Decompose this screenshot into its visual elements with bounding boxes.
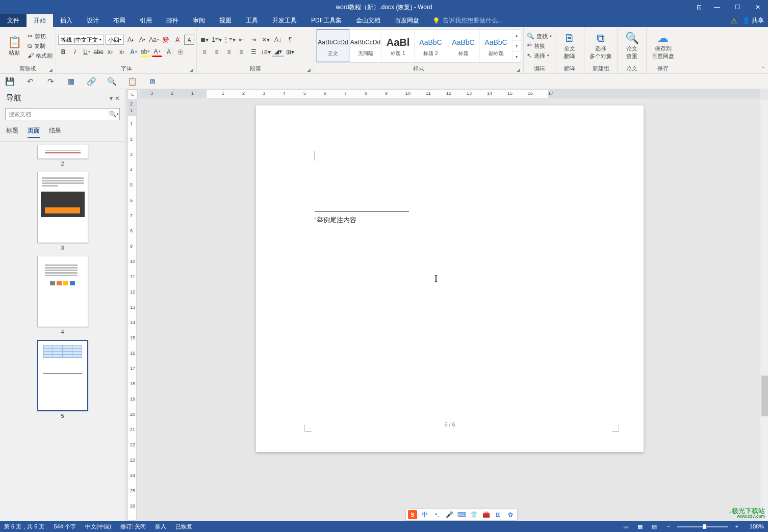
sort-button[interactable]: A↓ [272, 35, 284, 45]
style-no-spacing[interactable]: AaBbCcDd无间隔 [349, 30, 382, 62]
style-normal[interactable]: AaBbCcDd正文 [317, 30, 349, 62]
dialog-launcher-icon[interactable]: ◢ [49, 67, 53, 72]
zoom-out-button[interactable]: − [663, 522, 674, 530]
thumbnail-page-3[interactable] [37, 172, 88, 243]
borders-button[interactable]: ⊞▾ [285, 47, 296, 57]
tab-references[interactable]: 引用 [133, 14, 159, 27]
tab-developer[interactable]: 开发工具 [265, 14, 304, 27]
tab-insert[interactable]: 插入 [53, 14, 80, 27]
style-title[interactable]: AaBbC标题 [447, 30, 480, 62]
tab-selector[interactable]: L [127, 89, 138, 99]
vertical-ruler[interactable]: 2112345678910111213141516171819202122232… [127, 100, 137, 521]
view-print-layout-button[interactable]: ▦ [634, 522, 646, 530]
grow-font-button[interactable]: A▴ [125, 35, 136, 45]
qat-redo-button[interactable]: ↷ [45, 76, 56, 87]
status-recovered[interactable]: 已恢复 [175, 523, 192, 530]
ime-keyboard-button[interactable]: ⌨ [457, 510, 466, 519]
dialog-launcher-icon[interactable]: ◢ [190, 67, 193, 72]
paste-button[interactable]: 📋 粘贴 [2, 29, 27, 63]
translate-button[interactable]: 🗎全文翻译 [557, 29, 582, 63]
nav-search-input[interactable] [5, 108, 120, 120]
zoom-slider[interactable] [677, 526, 728, 527]
qat-undo-button[interactable]: ↶ [24, 76, 36, 87]
collapse-ribbon-button[interactable]: ⌃ [761, 27, 768, 73]
horizontal-ruler[interactable]: 3211234567891011121314151617 [140, 89, 760, 98]
line-spacing-button[interactable]: ↕≡▾ [260, 47, 271, 57]
nav-tab-headings[interactable]: 标题 [6, 126, 18, 138]
zoom-slider-knob[interactable] [703, 524, 706, 529]
shrink-font-button[interactable]: A▾ [137, 35, 147, 45]
tab-tools[interactable]: 工具 [239, 14, 265, 27]
qat-table-button[interactable]: ▦ [65, 76, 76, 87]
change-case-button[interactable]: Aa▾ [149, 35, 159, 45]
superscript-button[interactable]: x2 [117, 47, 127, 57]
align-left-button[interactable]: ≡ [199, 47, 210, 57]
tab-mail[interactable]: 邮件 [159, 14, 186, 27]
tab-pdf[interactable]: PDF工具集 [304, 14, 349, 27]
ime-apps-button[interactable]: ⊞ [494, 510, 503, 519]
endnote-text[interactable]: i举例尾注内容 [315, 216, 613, 225]
status-page[interactable]: 第 6 页，共 6 页 [4, 523, 44, 530]
status-word-count[interactable]: 544 个字 [54, 523, 75, 530]
ime-voice-button[interactable]: 🎤 [445, 510, 454, 519]
subscript-button[interactable]: x2 [105, 47, 115, 57]
minimize-button[interactable]: — [707, 0, 727, 14]
bullets-button[interactable]: ≣▾ [199, 35, 210, 45]
replace-button[interactable]: ᵃᵇ替换 [526, 42, 553, 50]
increase-indent-button[interactable]: ⇥ [248, 35, 259, 45]
ime-punct-button[interactable]: •, [432, 510, 442, 519]
align-center-button[interactable]: ≡ [211, 47, 222, 57]
find-button[interactable]: 🔍查找 ▾ [526, 32, 553, 41]
ribbon-display-options-icon[interactable]: ⊡ [692, 0, 707, 14]
copy-button[interactable]: ⧉复制 [27, 42, 54, 50]
tell-me-search[interactable]: 💡 告诉我您想要做什么... [432, 14, 503, 27]
tab-layout[interactable]: 布局 [106, 14, 133, 27]
character-border-button[interactable]: A [184, 35, 194, 45]
distribute-button[interactable]: ☰ [248, 47, 259, 57]
tab-wps[interactable]: 金山文档 [349, 14, 388, 27]
qat-doc-button[interactable]: 🗎 [147, 76, 158, 87]
thumbnail-page-5[interactable] [37, 340, 88, 411]
tab-baidu[interactable]: 百度网盘 [388, 14, 426, 27]
highlight-button[interactable]: ab▾ [140, 47, 150, 57]
view-read-mode-button[interactable]: ▭ [620, 522, 631, 530]
zoom-value[interactable]: 108% [746, 523, 764, 529]
format-painter-button[interactable]: 🖌格式刷 [27, 51, 54, 60]
ime-settings-button[interactable]: ✿ [506, 510, 515, 519]
document-canvas[interactable]: i举例尾注内容 5 / 6 I [140, 100, 760, 521]
style-heading2[interactable]: AaBbC标题 2 [415, 30, 447, 62]
qat-preview-button[interactable]: 🔍 [106, 76, 117, 87]
ime-toolbar[interactable]: S 中 •, 🎤 ⌨ 👕 🧰 ⊞ ✿ [405, 509, 518, 521]
shading-button[interactable]: ◢▾ [272, 47, 284, 57]
text-effects-button[interactable]: A▾ [129, 47, 139, 57]
underline-button[interactable]: U▾ [82, 47, 92, 57]
ime-logo-icon[interactable]: S [408, 510, 417, 519]
dialog-launcher-icon[interactable]: ◢ [307, 67, 311, 72]
thumbnail-page-4[interactable] [37, 256, 88, 327]
vertical-scrollbar[interactable] [760, 100, 768, 521]
select-multi-button[interactable]: ⧉选择多个对象 [586, 29, 615, 63]
font-name-combo[interactable]: 等线 (中文正文▾ [58, 35, 104, 45]
close-button[interactable]: ✕ [748, 0, 768, 14]
nav-tab-pages[interactable]: 页面 [28, 126, 40, 138]
font-color-button[interactable]: A▾ [152, 47, 162, 57]
maximize-button[interactable]: ☐ [727, 0, 748, 14]
dialog-launcher-icon[interactable]: ◢ [517, 67, 520, 72]
style-heading1[interactable]: AaBl标题 1 [382, 30, 415, 62]
nav-close-button[interactable]: ✕ [115, 95, 120, 102]
status-language[interactable]: 中文(中国) [85, 523, 111, 530]
styles-scroll-up[interactable]: ▴ [513, 30, 521, 40]
style-subtitle[interactable]: AaBbC副标题 [480, 30, 513, 62]
warning-icon[interactable]: ⚠ [731, 17, 737, 25]
styles-expand[interactable]: ▾ [513, 51, 521, 62]
save-baidu-button[interactable]: ☁保存到百度网盘 [649, 29, 677, 63]
qat-link-button[interactable]: 🔗 [86, 76, 97, 87]
align-right-button[interactable]: ≡ [223, 47, 235, 57]
phonetic-guide-button[interactable]: 變 [161, 35, 171, 45]
italic-button[interactable]: I [70, 47, 80, 57]
justify-button[interactable]: ≡ [236, 47, 247, 57]
tab-design[interactable]: 设计 [80, 14, 106, 27]
nav-dropdown-button[interactable]: ▾ [110, 95, 113, 102]
multilevel-list-button[interactable]: ⋮≡▾ [223, 35, 235, 45]
ime-toolbox-button[interactable]: 🧰 [481, 510, 491, 519]
